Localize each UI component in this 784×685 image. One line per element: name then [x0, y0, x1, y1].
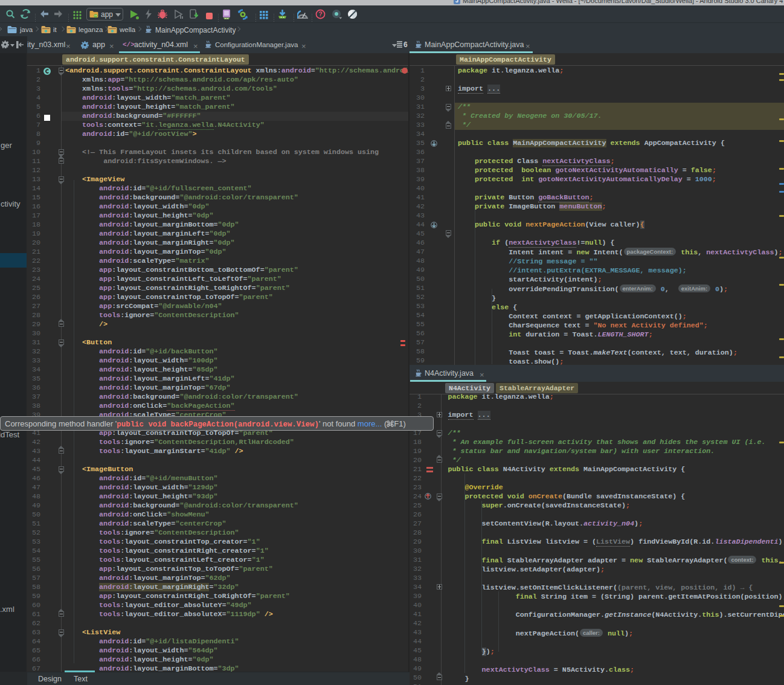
svg-text:?: ?: [318, 10, 322, 18]
